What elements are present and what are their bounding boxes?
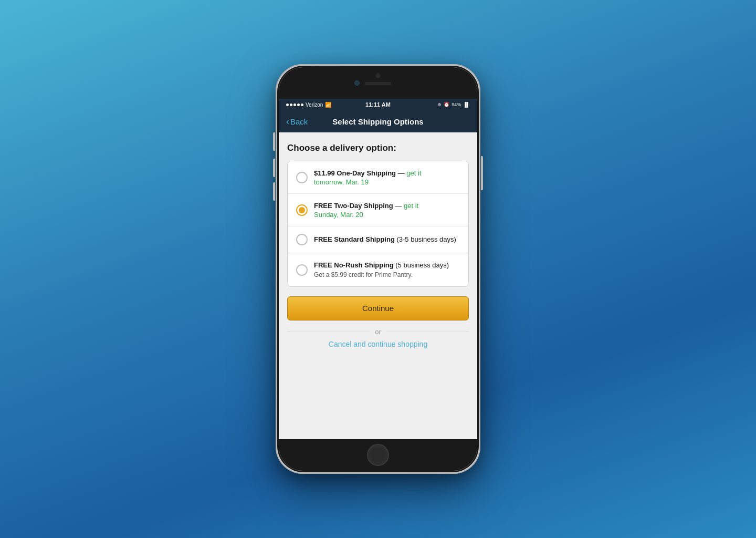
option-no-rush-bold: FREE No-Rush Shipping [314,261,394,269]
signal-dot-4 [297,104,300,106]
option-no-rush-main: FREE No-Rush Shipping (5 business days) [314,261,460,270]
option-no-rush-days: (5 business days) [395,261,449,269]
option-one-day[interactable]: $11.99 One-Day Shipping — get it tomorro… [288,161,468,194]
signal-dot-2 [290,104,292,106]
option-no-rush-text: FREE No-Rush Shipping (5 business days) … [314,261,460,278]
option-one-day-text: $11.99 One-Day Shipping — get it tomorro… [314,169,460,186]
speaker-grille [365,82,391,85]
back-button[interactable]: ‹ Back [286,117,308,126]
nav-title: Select Shipping Options [332,117,423,126]
option-standard-main: FREE Standard Shipping (3-5 business day… [314,235,460,244]
phone-shell: Verizon 📶 11:11 AM ⊕ ⏰ 94% ▐▌ ‹ Back [276,64,480,474]
alarm-icon: ⏰ [444,102,449,107]
option-two-day-dash: — [395,202,404,210]
status-time: 11:11 AM [365,101,391,108]
or-label: or [370,328,386,336]
phone-bottom-bezel [279,439,477,471]
option-two-day-date: Sunday, Mar. 20 [314,211,460,219]
option-no-rush-credit: Get a $5.99 credit for Prime Pantry. [314,271,460,279]
status-bar: Verizon 📶 11:11 AM ⊕ ⏰ 94% ▐▌ [279,99,477,110]
back-chevron-icon: ‹ [286,117,289,126]
option-standard-bold: FREE Standard Shipping [314,235,395,243]
continue-button[interactable]: Continue [287,296,469,320]
option-two-day-bold: FREE Two-Day Shipping [314,202,393,210]
carrier-info: Verizon 📶 [286,102,331,108]
signal-dot-3 [293,104,296,106]
battery-percent: 94% [452,102,461,107]
signal-strength [286,104,303,106]
section-title: Choose a delivery option: [287,143,469,153]
option-one-day-date: tomorrow, Mar. 19 [314,178,460,186]
option-two-day-main: FREE Two-Day Shipping — get it [314,201,460,211]
or-divider: or [287,328,469,336]
option-one-day-bold: $11.99 One-Day Shipping [314,169,396,177]
radio-one-day[interactable] [296,172,308,183]
cancel-link[interactable]: Cancel and continue shopping [287,340,469,348]
radio-two-day[interactable] [296,204,308,216]
battery-icon: ▐▌ [463,102,470,107]
back-label: Back [290,117,308,126]
option-two-day-getit: get it [404,202,418,210]
status-right-icons: ⊕ ⏰ 94% ▐▌ [437,102,470,107]
carrier-name: Verizon [306,102,323,108]
signal-dot-5 [301,104,303,106]
home-button[interactable] [367,444,389,466]
signal-dot-1 [286,104,289,106]
front-camera-icon [354,80,360,86]
option-standard[interactable]: FREE Standard Shipping (3-5 business day… [288,226,468,253]
option-one-day-getit: get it [406,169,421,177]
dot-sensor [376,74,380,78]
option-standard-text: FREE Standard Shipping (3-5 business day… [314,235,460,244]
option-one-day-main: $11.99 One-Day Shipping — get it [314,169,460,178]
nav-bar: ‹ Back Select Shipping Options [279,110,477,132]
phone-screen: Verizon 📶 11:11 AM ⊕ ⏰ 94% ▐▌ ‹ Back [279,67,477,471]
option-no-rush[interactable]: FREE No-Rush Shipping (5 business days) … [288,253,468,286]
wifi-icon: 📶 [325,102,331,108]
location-icon: ⊕ [437,102,442,107]
option-one-day-dash: — [398,169,407,177]
content-area: Choose a delivery option: $11.99 One-Day… [279,132,477,439]
phone-inner: Verizon 📶 11:11 AM ⊕ ⏰ 94% ▐▌ ‹ Back [277,66,479,472]
phone-top-bezel [279,67,477,99]
option-standard-days: (3-5 business days) [396,235,456,243]
option-two-day[interactable]: FREE Two-Day Shipping — get it Sunday, M… [288,194,468,226]
radio-no-rush[interactable] [296,264,308,276]
shipping-options-list: $11.99 One-Day Shipping — get it tomorro… [287,161,469,287]
option-two-day-text: FREE Two-Day Shipping — get it Sunday, M… [314,201,460,219]
radio-standard[interactable] [296,234,308,245]
